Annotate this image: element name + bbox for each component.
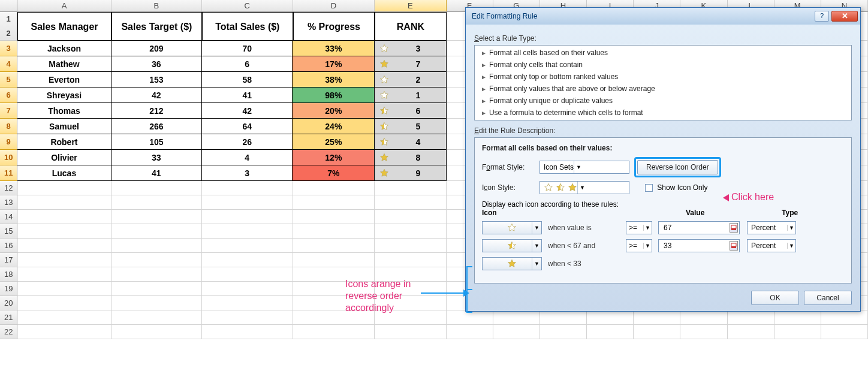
data-cell[interactable]: 6 (202, 56, 293, 72)
empty-cell[interactable] (493, 325, 540, 339)
chevron-down-icon[interactable]: ▼ (577, 182, 587, 194)
row-head-3[interactable]: 3 (0, 41, 17, 56)
data-cell[interactable]: 20% (293, 103, 375, 119)
range-picker-icon[interactable] (730, 223, 738, 233)
chevron-down-icon[interactable]: ▼ (574, 161, 583, 173)
format-style-select[interactable]: Icon Sets ▼ (540, 161, 629, 174)
empty-cell[interactable] (293, 181, 375, 195)
col-head-E[interactable]: E (375, 0, 446, 11)
rank-cell[interactable]: 3 (375, 41, 446, 56)
rule-type-item[interactable]: ►Use a formula to determine which cells … (475, 107, 851, 119)
empty-cell[interactable] (774, 325, 821, 339)
value-input[interactable] (658, 221, 740, 234)
empty-cell[interactable] (202, 181, 293, 195)
col-head-B[interactable]: B (111, 0, 202, 11)
row-head-16[interactable]: 16 (0, 239, 17, 253)
empty-cell[interactable] (293, 239, 375, 253)
data-cell[interactable]: Shreyasi (17, 88, 111, 103)
empty-cell[interactable] (774, 310, 821, 325)
rank-cell[interactable]: 4 (375, 134, 446, 150)
empty-cell[interactable] (111, 296, 202, 310)
empty-cell[interactable] (202, 195, 293, 210)
row-head-22[interactable]: 22 (0, 325, 17, 339)
row-head-11[interactable]: 11 (0, 165, 17, 181)
header-cell[interactable]: Total Sales ($) (202, 12, 293, 41)
show-icon-only-checkbox[interactable]: Show Icon Only (645, 183, 707, 192)
rank-cell[interactable]: 2 (375, 72, 446, 88)
rank-cell[interactable]: 8 (375, 150, 446, 165)
col-head-A[interactable]: A (17, 0, 111, 11)
data-cell[interactable]: 4 (202, 150, 293, 165)
row-head-12[interactable]: 12 (0, 181, 17, 195)
empty-cell[interactable] (375, 195, 446, 210)
empty-cell[interactable] (202, 296, 293, 310)
data-cell[interactable]: 33 (111, 150, 202, 165)
data-cell[interactable]: 36 (111, 56, 202, 72)
empty-cell[interactable] (375, 239, 446, 253)
data-cell[interactable]: Thomas (17, 103, 111, 119)
data-cell[interactable]: Mathew (17, 56, 111, 72)
empty-cell[interactable] (202, 282, 293, 296)
rule-type-item[interactable]: ►Format only values that are above or be… (475, 83, 851, 95)
help-button[interactable]: ? (815, 11, 829, 22)
empty-cell[interactable] (202, 267, 293, 282)
rule-type-item[interactable]: ►Format only unique or duplicate values (475, 95, 851, 107)
icon-picker[interactable]: ▼ (482, 239, 542, 252)
icon-picker[interactable]: ▼ (482, 221, 542, 234)
header-cell[interactable]: RANK (375, 12, 446, 41)
type-select[interactable]: Percent▼ (747, 239, 796, 252)
row-head-15[interactable]: 15 (0, 224, 17, 239)
empty-cell[interactable] (821, 310, 868, 325)
empty-cell[interactable] (293, 195, 375, 210)
row-head-18[interactable]: 18 (0, 267, 17, 282)
row-head-17[interactable]: 17 (0, 253, 17, 267)
data-cell[interactable]: Jackson (17, 41, 111, 56)
empty-cell[interactable] (111, 310, 202, 325)
rank-cell[interactable]: 1 (375, 88, 446, 103)
empty-cell[interactable] (17, 181, 111, 195)
row-head-1-2[interactable]: 12 (0, 12, 17, 41)
empty-cell[interactable] (293, 253, 375, 267)
empty-cell[interactable] (17, 310, 111, 325)
col-head-C[interactable]: C (202, 0, 293, 11)
data-cell[interactable]: 266 (111, 119, 202, 134)
data-cell[interactable]: 3 (202, 165, 293, 181)
row-head-6[interactable]: 6 (0, 88, 17, 103)
data-cell[interactable]: 38% (293, 72, 375, 88)
data-cell[interactable]: Everton (17, 72, 111, 88)
data-cell[interactable]: 58 (202, 72, 293, 88)
empty-cell[interactable] (202, 310, 293, 325)
empty-cell[interactable] (17, 282, 111, 296)
range-picker-icon[interactable] (730, 241, 738, 251)
empty-cell[interactable] (587, 325, 634, 339)
rule-type-item[interactable]: ►Format all cells based on their values (475, 47, 851, 59)
empty-cell[interactable] (111, 181, 202, 195)
empty-cell[interactable] (202, 239, 293, 253)
data-cell[interactable]: 105 (111, 134, 202, 150)
close-button[interactable]: ✕ (831, 11, 858, 22)
empty-cell[interactable] (17, 267, 111, 282)
data-cell[interactable]: 41 (202, 88, 293, 103)
empty-cell[interactable] (111, 239, 202, 253)
value-input[interactable] (658, 239, 740, 252)
empty-cell[interactable] (111, 195, 202, 210)
empty-cell[interactable] (293, 210, 375, 224)
data-cell[interactable]: 98% (293, 88, 375, 103)
rule-type-item[interactable]: ►Format only top or bottom ranked values (475, 71, 851, 83)
data-cell[interactable]: Lucas (17, 165, 111, 181)
empty-cell[interactable] (17, 224, 111, 239)
header-cell[interactable]: Sales Target ($) (111, 12, 202, 41)
rank-cell[interactable]: 6 (375, 103, 446, 119)
empty-cell[interactable] (17, 239, 111, 253)
data-cell[interactable]: 41 (111, 165, 202, 181)
empty-cell[interactable] (111, 282, 202, 296)
data-cell[interactable]: 153 (111, 72, 202, 88)
data-cell[interactable]: 70 (202, 41, 293, 56)
col-head-D[interactable]: D (293, 0, 375, 11)
ok-button[interactable]: OK (751, 291, 799, 305)
data-cell[interactable]: Robert (17, 134, 111, 150)
empty-cell[interactable] (111, 224, 202, 239)
row-head-13[interactable]: 13 (0, 195, 17, 210)
empty-cell[interactable] (587, 310, 634, 325)
row-head-10[interactable]: 10 (0, 150, 17, 165)
